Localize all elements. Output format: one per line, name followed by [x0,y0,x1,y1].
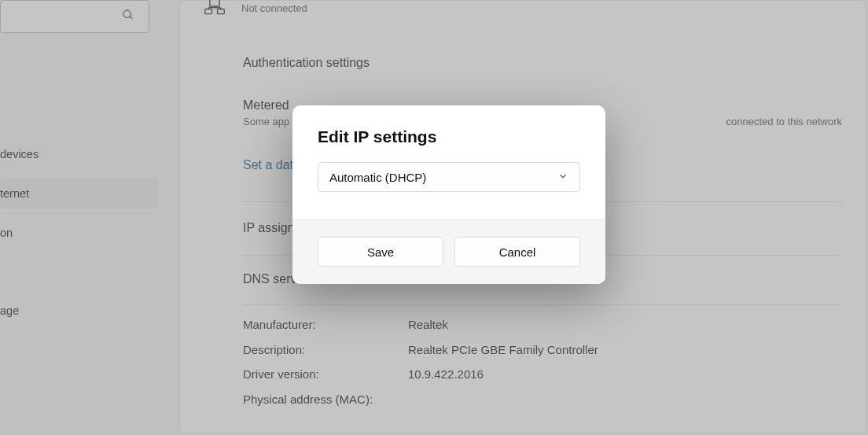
chevron-down-icon [557,171,568,184]
dialog-title: Edit IP settings [318,127,580,146]
ip-settings-dropdown[interactable]: Automatic (DHCP) [318,162,580,192]
save-button[interactable]: Save [318,237,443,267]
edit-ip-settings-dialog: Edit IP settings Automatic (DHCP) Save C… [292,105,605,284]
dropdown-value: Automatic (DHCP) [329,171,426,184]
cancel-button[interactable]: Cancel [454,237,580,267]
